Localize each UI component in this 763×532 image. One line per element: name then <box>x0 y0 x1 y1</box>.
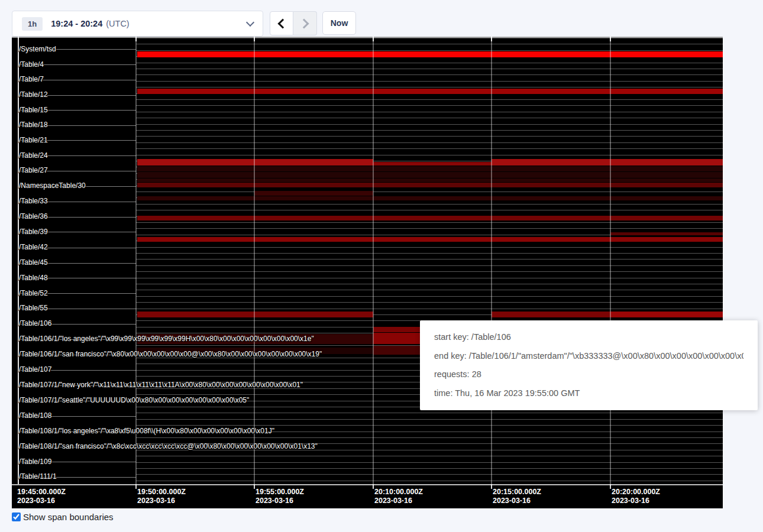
row-label: /Table/108/1/"los angeles"/"\xa8\xf5\u00… <box>19 427 274 435</box>
heatmap-band[interactable] <box>373 162 492 166</box>
heatmap-band[interactable] <box>137 216 723 220</box>
now-button[interactable]: Now <box>322 11 356 35</box>
time-range-selector[interactable]: 1h 19:24 - 20:24 (UTC) <box>12 11 263 37</box>
row-label: /Table/4 <box>19 60 44 69</box>
axis-tick-top <box>135 37 137 41</box>
x-axis-time: 20:20:00.000Z <box>612 488 660 497</box>
tooltip-end-key: end key: /Table/106/1/"amsterdam"/"\xb33… <box>434 347 743 366</box>
key-visualizer-page: 1h 19:24 - 20:24 (UTC) Now /System/tsd/T… <box>0 0 763 532</box>
heatmap-band[interactable] <box>137 196 723 200</box>
heatmap-band[interactable] <box>492 159 723 166</box>
row-label: /Table/21 <box>19 136 48 144</box>
time-range-timezone: (UTC) <box>106 19 129 28</box>
row-label: /Table/106/1/"los angeles"/"\x99\x99\x99… <box>19 335 314 343</box>
x-axis-date: 2023-03-16 <box>374 497 423 505</box>
row-label: /Table/111/1 <box>19 472 57 481</box>
x-axis-time: 19:50:00.000Z <box>137 488 186 497</box>
row-label: /Table/108/1/"san francisco"/"\x8c\xcc\x… <box>19 442 318 450</box>
chart-top-border <box>12 37 723 38</box>
heatmap-band[interactable] <box>373 333 420 344</box>
row-label: /Table/52 <box>19 289 48 297</box>
footer-controls: Show span boundaries <box>12 512 114 522</box>
prev-time-button[interactable] <box>270 11 293 35</box>
x-axis-label: 19:55:00.000Z2023-03-16 <box>256 488 304 505</box>
x-axis-date: 2023-03-16 <box>256 497 304 505</box>
heatmap-band[interactable] <box>137 172 723 178</box>
row-label: /Table/107 <box>19 365 51 374</box>
grid-line-vertical <box>254 37 255 484</box>
tooltip-time: time: Thu, 16 Mar 2023 19:55:00 GMT <box>434 384 743 403</box>
heatmap-band[interactable] <box>137 237 723 242</box>
row-label: /Table/36 <box>19 212 48 220</box>
row-label: /Table/18 <box>19 121 48 129</box>
row-label: /NamespaceTable/30 <box>19 181 86 190</box>
heatmap-band[interactable] <box>137 312 373 317</box>
row-label: /Table/107/1/"seattle"/"UUUUUUD\x00\x80\… <box>19 396 249 404</box>
key-visualizer-canvas[interactable]: /System/tsd/Table/4/Table/7/Table/12/Tab… <box>12 37 723 508</box>
grid-line-vertical <box>610 37 611 484</box>
x-axis-label: 20:10:00.000Z2023-03-16 <box>374 488 423 505</box>
grid-line-vertical <box>491 37 492 484</box>
x-axis-time: 19:45:00.000Z <box>17 488 66 497</box>
time-range-label: 19:24 - 20:24 <box>51 19 102 28</box>
row-label: /Table/45 <box>19 258 48 267</box>
row-label: /Table/7 <box>19 75 44 83</box>
row-label: /Table/39 <box>19 228 48 236</box>
tooltip-requests: requests: 28 <box>434 365 743 384</box>
heatmap-band[interactable] <box>137 89 723 94</box>
heatmap-band[interactable] <box>610 232 723 235</box>
x-axis-label: 20:20:00.000Z2023-03-16 <box>612 488 660 505</box>
row-label: /System/tsd <box>19 45 56 53</box>
heatmap-band[interactable] <box>610 312 723 317</box>
chevron-left-icon <box>278 18 288 28</box>
x-axis-date: 2023-03-16 <box>612 497 660 505</box>
heatmap-band[interactable] <box>373 346 420 355</box>
x-axis-date: 2023-03-16 <box>17 497 66 505</box>
x-axis-time: 19:55:00.000Z <box>256 488 304 497</box>
row-label: /Table/106/1/"san francisco"/"\x80\x00\x… <box>19 350 322 358</box>
heatmap-band[interactable] <box>137 183 723 187</box>
chevron-down-icon <box>246 18 254 27</box>
row-label: /Table/33 <box>19 197 48 205</box>
x-axis-line <box>12 484 723 485</box>
axis-tick-bottom <box>373 484 374 489</box>
row-label: /Table/106 <box>19 319 51 327</box>
axis-tick-bottom <box>491 484 492 489</box>
show-span-boundaries-label[interactable]: Show span boundaries <box>23 512 114 522</box>
span-boundaries-fine-grid <box>136 37 723 484</box>
heatmap-band[interactable] <box>137 159 373 166</box>
heatmap-band[interactable] <box>254 191 373 196</box>
row-label: /Table/42 <box>19 243 48 251</box>
row-label: /Table/12 <box>19 90 48 99</box>
grid-line-vertical <box>373 37 374 484</box>
x-axis-label: 19:50:00.000Z2023-03-16 <box>137 488 186 505</box>
heatmap-band[interactable] <box>137 166 723 171</box>
chevron-right-icon <box>299 18 309 28</box>
axis-tick-bottom <box>254 484 255 489</box>
axis-tick-top <box>491 37 492 41</box>
x-axis-time: 20:15:00.000Z <box>493 488 541 497</box>
x-axis-date: 2023-03-16 <box>493 497 541 505</box>
heatmap-band[interactable] <box>137 179 723 182</box>
row-label: /Table/55 <box>19 304 48 312</box>
next-time-button[interactable] <box>293 11 317 35</box>
heatmap-band[interactable] <box>137 51 723 57</box>
show-span-boundaries-checkbox[interactable] <box>12 512 21 521</box>
axis-tick-top <box>610 37 611 41</box>
tooltip: start key: /Table/106 end key: /Table/10… <box>420 320 758 410</box>
heatmap-band[interactable] <box>373 327 420 332</box>
row-label: /Table/27 <box>19 166 48 174</box>
axis-tick-bottom <box>135 484 137 489</box>
grid-line-vertical <box>135 37 137 484</box>
row-label: /Table/15 <box>19 106 48 114</box>
time-range-badge: 1h <box>22 17 43 31</box>
x-axis-label: 19:45:00.000Z2023-03-16 <box>17 488 66 505</box>
row-label: /Table/48 <box>19 274 48 282</box>
row-label: /Table/24 <box>19 151 48 160</box>
x-axis-time: 20:10:00.000Z <box>374 488 423 497</box>
x-axis-date: 2023-03-16 <box>137 497 186 505</box>
tooltip-start-key: start key: /Table/106 <box>434 328 743 347</box>
time-nav-group <box>270 11 317 35</box>
axis-tick-bottom <box>610 484 611 489</box>
heatmap-band[interactable] <box>492 312 610 317</box>
